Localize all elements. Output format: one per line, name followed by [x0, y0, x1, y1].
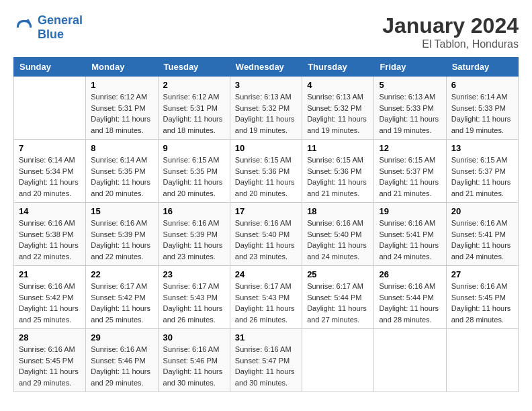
calendar-week-5: 28Sunrise: 6:16 AMSunset: 5:45 PMDayligh… — [14, 329, 519, 392]
day-number: 12 — [379, 143, 441, 153]
day-number: 30 — [163, 332, 225, 342]
day-info: Sunrise: 6:17 AM — [91, 281, 152, 292]
day-info: and 28 minutes. — [379, 314, 441, 326]
day-number: 22 — [91, 269, 152, 279]
day-number: 14 — [19, 206, 81, 216]
header-day-thursday: Thursday — [302, 58, 374, 77]
day-number: 11 — [307, 143, 369, 153]
day-info: Daylight: 11 hours — [235, 366, 297, 377]
calendar-cell: 13Sunrise: 6:15 AMSunset: 5:37 PMDayligh… — [446, 140, 518, 203]
day-info: Sunset: 5:37 PM — [379, 166, 441, 177]
day-info: Sunrise: 6:16 AM — [451, 218, 513, 229]
day-info: Daylight: 11 hours — [91, 366, 152, 377]
day-info: and 21 minutes. — [379, 188, 441, 199]
day-info: Sunset: 5:33 PM — [379, 103, 441, 114]
day-info: Sunrise: 6:16 AM — [19, 281, 81, 292]
calendar-week-2: 7Sunrise: 6:14 AMSunset: 5:34 PMDaylight… — [14, 140, 519, 203]
day-number: 5 — [379, 80, 441, 90]
day-info: Sunset: 5:43 PM — [163, 292, 225, 304]
calendar-cell: 27Sunrise: 6:16 AMSunset: 5:45 PMDayligh… — [446, 266, 518, 329]
day-info: Sunrise: 6:16 AM — [91, 218, 152, 229]
day-info: Daylight: 11 hours — [91, 177, 152, 188]
calendar-cell: 15Sunrise: 6:16 AMSunset: 5:39 PMDayligh… — [86, 203, 158, 266]
calendar-cell: 8Sunrise: 6:14 AMSunset: 5:35 PMDaylight… — [86, 140, 158, 203]
day-info: Daylight: 11 hours — [163, 303, 225, 314]
day-number: 19 — [379, 206, 441, 216]
day-number: 15 — [91, 206, 152, 216]
day-info: Daylight: 11 hours — [235, 240, 297, 251]
day-info: Daylight: 11 hours — [163, 366, 225, 377]
day-info: Daylight: 11 hours — [379, 177, 441, 188]
calendar-cell: 24Sunrise: 6:17 AMSunset: 5:43 PMDayligh… — [230, 266, 302, 329]
day-info: and 25 minutes. — [91, 314, 152, 326]
calendar-cell: 29Sunrise: 6:16 AMSunset: 5:46 PMDayligh… — [86, 329, 158, 392]
day-info: and 19 minutes. — [451, 125, 513, 136]
day-info: Daylight: 11 hours — [307, 113, 369, 125]
day-info: Daylight: 11 hours — [91, 303, 152, 314]
day-number: 8 — [91, 143, 152, 153]
day-info: Daylight: 11 hours — [379, 240, 441, 251]
day-number: 13 — [451, 143, 513, 153]
logo-icon — [13, 17, 35, 38]
day-number: 9 — [163, 143, 225, 153]
calendar-cell — [446, 329, 518, 392]
calendar-cell: 18Sunrise: 6:16 AMSunset: 5:40 PMDayligh… — [302, 203, 374, 266]
day-info: Sunset: 5:45 PM — [19, 355, 81, 367]
calendar-week-4: 21Sunrise: 6:16 AMSunset: 5:42 PMDayligh… — [14, 266, 519, 329]
calendar-week-3: 14Sunrise: 6:16 AMSunset: 5:38 PMDayligh… — [14, 203, 519, 266]
day-info: and 30 minutes. — [235, 377, 297, 389]
header-day-wednesday: Wednesday — [230, 58, 302, 77]
day-info: and 30 minutes. — [163, 377, 225, 389]
day-number: 3 — [235, 80, 297, 90]
day-info: Sunset: 5:40 PM — [235, 229, 297, 240]
calendar-cell: 7Sunrise: 6:14 AMSunset: 5:34 PMDaylight… — [14, 140, 86, 203]
calendar-cell: 10Sunrise: 6:15 AMSunset: 5:36 PMDayligh… — [230, 140, 302, 203]
day-info: and 18 minutes. — [163, 125, 225, 136]
day-info: Sunrise: 6:16 AM — [235, 218, 297, 229]
day-info: Sunrise: 6:14 AM — [91, 154, 152, 166]
day-info: Sunset: 5:46 PM — [91, 355, 152, 367]
day-info: Daylight: 11 hours — [307, 303, 369, 314]
day-info: Sunset: 5:31 PM — [163, 103, 225, 114]
day-info: Daylight: 11 hours — [91, 240, 152, 251]
calendar-cell: 2Sunrise: 6:12 AMSunset: 5:31 PMDaylight… — [158, 77, 230, 140]
day-info: and 21 minutes. — [451, 188, 513, 199]
logo: General Blue — [13, 13, 83, 42]
day-info: Daylight: 11 hours — [379, 303, 441, 314]
page-subtitle: El Tablon, Honduras — [382, 38, 519, 50]
logo-text: General Blue — [38, 13, 83, 42]
day-info: and 29 minutes. — [19, 377, 81, 389]
calendar-cell: 28Sunrise: 6:16 AMSunset: 5:45 PMDayligh… — [14, 329, 86, 392]
day-info: and 22 minutes. — [19, 251, 81, 263]
day-number: 16 — [163, 206, 225, 216]
calendar-cell: 17Sunrise: 6:16 AMSunset: 5:40 PMDayligh… — [230, 203, 302, 266]
day-info: Sunset: 5:35 PM — [163, 166, 225, 177]
day-info: Sunset: 5:41 PM — [451, 229, 513, 240]
day-info: Sunset: 5:43 PM — [235, 292, 297, 304]
day-info: and 24 minutes. — [451, 251, 513, 263]
day-info: Sunset: 5:42 PM — [19, 292, 81, 304]
calendar-cell: 4Sunrise: 6:13 AMSunset: 5:32 PMDaylight… — [302, 77, 374, 140]
calendar-cell: 5Sunrise: 6:13 AMSunset: 5:33 PMDaylight… — [374, 77, 446, 140]
day-info: Daylight: 11 hours — [307, 240, 369, 251]
calendar-cell: 23Sunrise: 6:17 AMSunset: 5:43 PMDayligh… — [158, 266, 230, 329]
day-info: and 29 minutes. — [91, 377, 152, 389]
day-number: 4 — [307, 80, 369, 90]
day-info: Sunset: 5:45 PM — [451, 292, 513, 304]
day-info: Sunrise: 6:17 AM — [307, 281, 369, 292]
calendar-cell: 19Sunrise: 6:16 AMSunset: 5:41 PMDayligh… — [374, 203, 446, 266]
day-info: Daylight: 11 hours — [163, 113, 225, 125]
day-info: Sunset: 5:41 PM — [379, 229, 441, 240]
calendar-cell: 3Sunrise: 6:13 AMSunset: 5:32 PMDaylight… — [230, 77, 302, 140]
day-info: and 23 minutes. — [235, 251, 297, 263]
day-number: 26 — [379, 269, 441, 279]
day-info: Sunrise: 6:16 AM — [235, 344, 297, 355]
calendar-week-1: 1Sunrise: 6:12 AMSunset: 5:31 PMDaylight… — [14, 77, 519, 140]
day-info: Sunset: 5:47 PM — [235, 355, 297, 367]
day-info: Sunset: 5:44 PM — [379, 292, 441, 304]
calendar-table: SundayMondayTuesdayWednesdayThursdayFrid… — [13, 57, 519, 392]
calendar-cell — [302, 329, 374, 392]
day-info: Sunrise: 6:16 AM — [163, 218, 225, 229]
day-info: and 20 minutes. — [235, 188, 297, 199]
day-info: Sunset: 5:37 PM — [451, 166, 513, 177]
